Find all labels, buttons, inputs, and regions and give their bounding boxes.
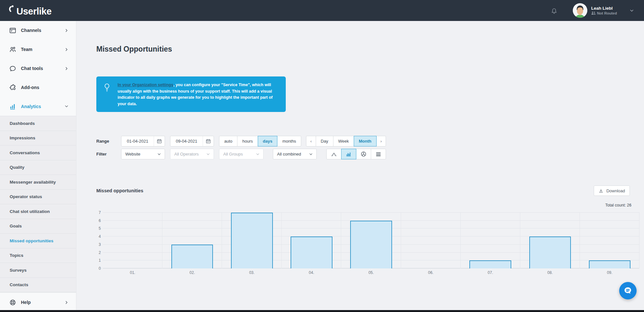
sidebar-item-team[interactable]: Team [0, 40, 76, 59]
chevron-down-icon [255, 152, 260, 156]
y-tick-label: 1 [99, 258, 101, 263]
chart-column-04. [282, 210, 341, 268]
granularity-segment: auto hours days months [219, 136, 301, 146]
pie-chart-icon[interactable] [356, 149, 371, 159]
sidebar-item-operator-status[interactable]: Operator status [0, 190, 76, 205]
combine-select[interactable]: All combined [273, 149, 317, 159]
missed-opportunities-chart: 01234567 [96, 210, 639, 268]
sidebar-item-surveys[interactable]: Surveys [0, 263, 76, 278]
groups-select[interactable]: All Groups [219, 149, 264, 159]
bar-09.[interactable] [589, 260, 631, 268]
userlike-logo-icon [9, 5, 17, 13]
analytics-submenu: Dashboards Impressions Conversations Qua… [0, 116, 76, 292]
range-end-input[interactable]: 09-04-2021 [170, 136, 214, 146]
sidebar-item-analytics[interactable]: Analytics [0, 97, 76, 116]
period-week-button[interactable]: Week [333, 136, 354, 146]
lightbulb-icon [96, 82, 118, 107]
userlike-logo[interactable]: Userlike [9, 5, 52, 16]
sidebar-item-messenger-availability[interactable]: Messenger availability [0, 175, 76, 190]
puzzle-icon [9, 84, 16, 91]
x-tick-label: 07. [461, 268, 520, 275]
chart-column-01. [103, 210, 162, 268]
chart-column-08. [520, 210, 580, 268]
chart-column-09. [580, 210, 639, 268]
page-title: Missed Opportunities [96, 45, 644, 54]
calendar-icon[interactable] [154, 136, 165, 146]
sidebar-item-chat-tools[interactable]: Chat tools [0, 59, 76, 78]
bottom-window-edge [0, 310, 644, 312]
x-tick-label: 04. [282, 268, 341, 275]
logo-text: Userlike [16, 7, 52, 16]
chart-column-03. [222, 210, 282, 268]
x-tick-label: 05. [341, 268, 401, 275]
period-day-button[interactable]: Day [316, 136, 333, 146]
sidebar-item-quality[interactable]: Quality [0, 160, 76, 175]
x-tick-label: 06. [401, 268, 461, 275]
chart-section-header: Missed opportunities Download [96, 186, 630, 196]
bar-03.[interactable] [231, 213, 273, 268]
granularity-days-button[interactable]: days [258, 136, 278, 146]
period-next-button[interactable]: › [376, 136, 386, 146]
bar-02.[interactable] [171, 245, 213, 268]
chart-column-07. [461, 210, 520, 268]
chart-column-06. [401, 210, 461, 268]
user-name: Leah Liebl [591, 6, 617, 11]
sidebar-item-dashboards[interactable]: Dashboards [0, 116, 76, 131]
sidebar-item-conversations[interactable]: Conversations [0, 146, 76, 160]
analytics-bar-chart-icon [9, 103, 16, 110]
range-start-input[interactable]: 01-04-2021 [121, 136, 165, 146]
sidebar-item-contacts[interactable]: Contacts [0, 278, 76, 293]
calendar-icon[interactable] [203, 136, 214, 146]
sidebar-item-help[interactable]: Help [0, 292, 76, 312]
bar-07.[interactable] [469, 260, 511, 268]
granularity-auto-button[interactable]: auto [219, 136, 237, 146]
y-tick-label: 2 [99, 250, 101, 255]
avatar[interactable] [573, 3, 587, 18]
chart-title: Missed opportunities [96, 188, 143, 193]
chart-y-axis: 01234567 [96, 210, 103, 268]
x-tick-label: 09. [580, 268, 639, 275]
bar-08.[interactable] [529, 237, 571, 268]
list-view-icon[interactable] [371, 149, 386, 159]
sidebar-item-add-ons[interactable]: Add-ons [0, 78, 76, 97]
granularity-months-button[interactable]: months [277, 136, 301, 146]
chart-column-05. [341, 210, 401, 268]
bar-chart-icon[interactable] [341, 149, 356, 159]
y-tick-label: 4 [99, 234, 101, 239]
period-prev-button[interactable]: ‹ [306, 136, 316, 146]
range-label: Range [96, 139, 121, 144]
download-button[interactable]: Download [594, 186, 630, 196]
chart-plot-area [103, 210, 639, 268]
channel-select[interactable]: Website [121, 149, 165, 159]
notifications-bell-icon[interactable] [550, 7, 558, 15]
operators-select[interactable]: All Operators [170, 149, 214, 159]
routing-status-label: Not Routed [597, 11, 617, 15]
granularity-hours-button[interactable]: hours [237, 136, 258, 146]
top-header: Userlike Leah Liebl [0, 0, 644, 21]
x-tick-label: 03. [222, 268, 282, 275]
y-tick-label: 0 [99, 266, 101, 271]
x-tick-label: 08. [520, 268, 580, 275]
chart-column-02. [162, 210, 222, 268]
routing-status-icon [591, 11, 596, 15]
area-chart-icon[interactable] [326, 149, 341, 159]
period-month-button[interactable]: Month [354, 136, 377, 146]
chevron-down-icon [309, 152, 313, 156]
sidebar-item-chat-slot-utilization[interactable]: Chat slot utilization [0, 204, 76, 219]
bar-05.[interactable] [350, 221, 392, 268]
user-menu-chevron-down-icon[interactable] [629, 8, 634, 13]
chart-x-axis: 01.02.03.04.05.06.07.08.09. [103, 268, 639, 275]
y-tick-label: 3 [99, 242, 101, 247]
sidebar-item-channels[interactable]: Channels [0, 21, 76, 40]
sidebar-item-topics[interactable]: Topics [0, 248, 76, 263]
period-segment: ‹ Day Week Month › [306, 136, 386, 146]
user-menu[interactable]: Leah Liebl Not Routed [573, 3, 634, 18]
bar-04.[interactable] [291, 237, 332, 268]
sidebar-item-missed-opportunities[interactable]: Missed opportunities [0, 234, 76, 248]
chevron-down-icon [206, 152, 210, 156]
chat-widget-button[interactable] [619, 282, 637, 299]
sidebar: Channels Team Chat tools Add-ons [0, 21, 76, 312]
sidebar-item-goals[interactable]: Goals [0, 219, 76, 234]
organization-settings-link[interactable]: In your Organization settings [118, 83, 173, 87]
sidebar-item-impressions[interactable]: Impressions [0, 131, 76, 146]
